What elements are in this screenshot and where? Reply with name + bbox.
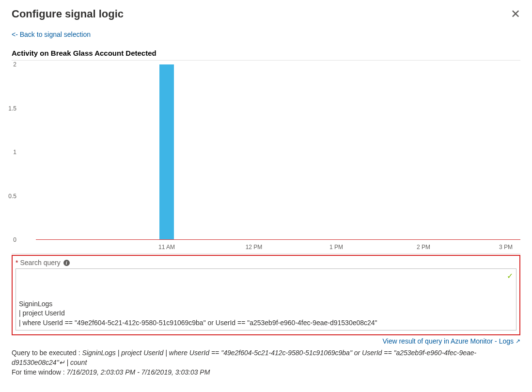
search-query-input[interactable]: ✓ SigninLogs| project UserId| where User… xyxy=(16,268,516,330)
search-query-label: Search query xyxy=(20,259,60,267)
required-star: * xyxy=(16,259,18,267)
chart-title: Activity on Break Glass Account Detected xyxy=(12,49,520,57)
view-result-link[interactable]: View result of query in Azure Monitor - … xyxy=(382,337,520,345)
time-window-prefix: For time window : xyxy=(12,368,67,376)
y-tick: 2 xyxy=(13,61,16,68)
back-to-signal-link[interactable]: <- Back to signal selection xyxy=(12,31,91,38)
x-tick: 12 PM xyxy=(246,244,263,251)
chart-area: 21.510.50 11 AM12 PM1 PM2 PM3 PM xyxy=(12,60,520,254)
query-exec-prefix: Query to be executed : xyxy=(12,349,82,357)
y-tick: 1 xyxy=(13,149,16,156)
external-link-icon: ↗ xyxy=(516,338,520,345)
x-tick: 1 PM xyxy=(329,244,343,251)
query-to-execute-text: Query to be executed : SigninLogs | proj… xyxy=(12,348,520,368)
page-title: Configure signal logic xyxy=(12,8,124,20)
search-query-section: * Search query i ✓ SigninLogs| project U… xyxy=(12,255,520,335)
query-line: SigninLogs xyxy=(19,299,503,309)
time-window-text: For time window : 7/16/2019, 2:03:03 PM … xyxy=(12,367,520,377)
pane-header: Configure signal logic ✕ xyxy=(12,8,520,20)
info-icon[interactable]: i xyxy=(63,260,70,266)
x-tick: 2 PM xyxy=(417,244,430,251)
time-window-value: 7/16/2019, 2:03:03 PM - 7/16/2019, 3:03:… xyxy=(67,368,210,376)
chart-baseline xyxy=(36,239,520,240)
x-tick: 11 AM xyxy=(158,244,175,251)
query-line: | where UserId == "49e2f604-5c21-412c-95… xyxy=(19,318,503,328)
query-line: | project UserId xyxy=(19,309,503,318)
y-tick: 1.5 xyxy=(8,105,16,112)
chart-bar xyxy=(159,64,174,240)
view-result-row: View result of query in Azure Monitor - … xyxy=(12,337,520,345)
close-icon[interactable]: ✕ xyxy=(511,8,520,20)
valid-check-icon: ✓ xyxy=(507,271,513,282)
x-tick: 3 PM xyxy=(499,244,513,251)
search-query-label-row: * Search query i xyxy=(16,259,516,267)
x-axis-ticks: 11 AM12 PM1 PM2 PM3 PM xyxy=(36,244,520,253)
chart-plot xyxy=(36,64,520,240)
y-tick: 0 xyxy=(13,236,16,243)
view-result-link-text: View result of query in Azure Monitor - … xyxy=(382,337,514,345)
y-tick: 0.5 xyxy=(8,193,16,200)
